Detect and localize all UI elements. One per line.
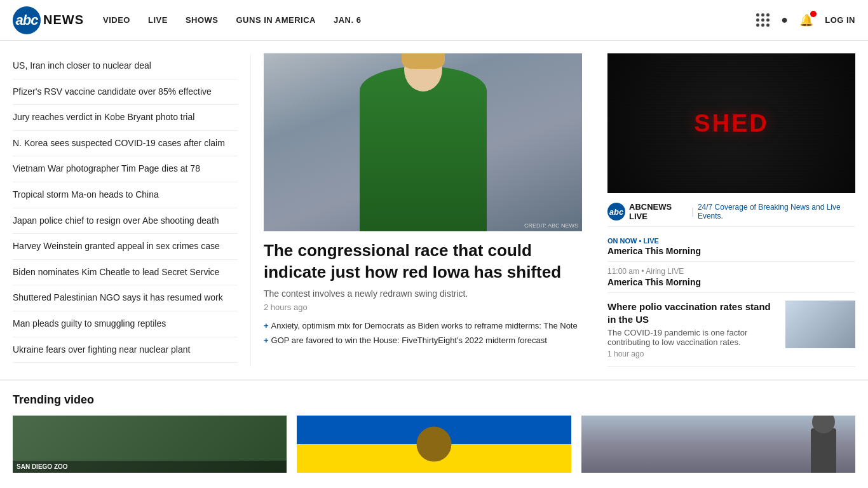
main-article-time: 2 hours ago [264,302,582,312]
sidebar-item-5[interactable]: Tropical storm Ma-on heads to China [13,182,238,208]
grid-dot [766,24,770,27]
on-now-badge: ON NOW • LIVE [607,237,855,245]
trending-video-0[interactable]: SAN DIEGO ZOO [13,416,287,473]
trending-title: Trending video [13,393,855,407]
related-link-text-0: Anxiety, optimism mix for Democrats as B… [271,321,578,330]
on-now-show[interactable]: America This Morning [607,246,855,256]
main-article-image[interactable]: CREDIT: ABC NEWS [264,53,582,231]
plus-icon-0: + [264,321,269,330]
polio-title[interactable]: Where polio vaccination rates stand in t… [607,301,778,325]
sidebar-link-10[interactable]: Man pleads guilty to smuggling reptiles [13,318,166,329]
divider-pipe: | [691,207,694,217]
trending-video-1[interactable] [297,416,571,473]
image-caption: CREDIT: ABC NEWS [524,222,578,229]
header-right: ● 🔔 LOG IN [756,13,855,27]
sidebar-item-11[interactable]: Ukraine fears over fighting near nuclear… [13,337,238,363]
on-now-block: ON NOW • LIVE America This Morning [607,227,855,262]
related-link-text-1: GOP are favored to win the House: FiveTh… [271,336,547,345]
schedule-show-0[interactable]: America This Morning [607,277,855,287]
main-nav: VIDEO LIVE SHOWS GUNS IN AMERICA JAN. 6 [103,15,756,25]
live-video-block[interactable]: SHED [607,53,855,193]
grid-dot [756,13,759,17]
polio-image[interactable] [785,301,855,348]
sidebar-item-9[interactable]: Shuttered Palestinian NGO says it has re… [13,285,238,311]
plus-icon-1: + [264,336,269,345]
related-link-1[interactable]: +GOP are favored to win the House: FiveT… [264,336,582,345]
sidebar-link-6[interactable]: Japan police chief to resign over Abe sh… [13,215,219,226]
grid-dot [756,24,759,27]
sidebar-item-2[interactable]: Jury reaches verdict in Kobe Bryant phot… [13,105,238,131]
nav-item-guns[interactable]: GUNS IN AMERICA [236,15,316,25]
grid-dot [761,18,764,22]
sidebar-item-6[interactable]: Japan police chief to resign over Abe sh… [13,208,238,234]
grid-icon[interactable] [756,13,770,27]
abc-news-wordmark: NEWS [43,13,84,27]
trending-video-2[interactable] [581,416,855,473]
grid-dot [766,18,770,22]
notification-badge [810,11,817,17]
trending-section: Trending video SAN DIEGO ZOO [0,379,868,485]
sidebar-link-9[interactable]: Shuttered Palestinian NGO says it has re… [13,292,223,302]
sidebar-link-5[interactable]: Tropical storm Ma-on heads to China [13,189,159,200]
left-sidebar: US, Iran inch closer to nuclear deal Pfi… [13,53,251,367]
related-link-0[interactable]: +Anxiety, optimism mix for Democrats as … [264,321,582,330]
notification-bell[interactable]: 🔔 [799,13,813,27]
header: abc NEWS VIDEO LIVE SHOWS GUNS IN AMERIC… [0,0,868,41]
related-links: +Anxiety, optimism mix for Democrats as … [264,321,582,345]
grid-dot [766,13,770,17]
schedule-time-0: 11:00 am • Airing LIVE [607,267,855,276]
nav-item-video[interactable]: VIDEO [103,15,130,25]
abc-news-live-bar: abc ABCNEWS LIVE | 24/7 Coverage of Brea… [607,197,855,227]
grid-dot [756,18,759,22]
main-article-image-inner [264,53,582,231]
polio-image-inner [785,301,855,348]
trending-videos: SAN DIEGO ZOO [13,416,855,473]
sidebar-item-1[interactable]: Pfizer's RSV vaccine candidate over 85% … [13,79,238,105]
video-label-0: SAN DIEGO ZOO [17,463,283,470]
main-article-title[interactable]: The congressional race that could indica… [264,240,582,283]
polio-block: Where polio vaccination rates stand in t… [607,293,855,367]
sidebar-item-10[interactable]: Man pleads guilty to smuggling reptiles [13,311,238,337]
sidebar-item-4[interactable]: Vietnam War photographer Tim Page dies a… [13,156,238,182]
nav-item-live[interactable]: LIVE [148,15,168,25]
abc-logo-circle: abc [13,6,41,34]
search-icon[interactable]: ● [781,13,788,27]
sidebar-link-11[interactable]: Ukraine fears over fighting near nuclear… [13,344,190,355]
abc-live-label: ABCNEWS LIVE [629,202,688,221]
nav-item-shows[interactable]: SHOWS [186,15,219,25]
sidebar-link-3[interactable]: N. Korea sees suspected COVID-19 cases a… [13,138,225,148]
sidebar-link-1[interactable]: Pfizer's RSV vaccine candidate over 85% … [13,86,212,97]
schedule-item-0: 11:00 am • Airing LIVE America This Morn… [607,262,855,293]
polio-time: 1 hour ago [607,349,778,358]
sidebar-link-7[interactable]: Harvey Weinstein granted appeal in sex c… [13,241,220,251]
center-main: CREDIT: ABC NEWS The congressional race … [251,53,595,367]
grid-dot [761,13,764,17]
sidebar-item-0[interactable]: US, Iran inch closer to nuclear deal [13,53,238,79]
logo[interactable]: abc NEWS [13,6,84,34]
sidebar-link-4[interactable]: Vietnam War photographer Tim Page dies a… [13,163,200,173]
sidebar-link-0[interactable]: US, Iran inch closer to nuclear deal [13,60,151,71]
sidebar-link-2[interactable]: Jury reaches verdict in Kobe Bryant phot… [13,112,194,122]
grid-dot [761,24,764,27]
nav-item-jan6[interactable]: JAN. 6 [334,15,361,25]
main-content: US, Iran inch closer to nuclear deal Pfi… [0,41,868,367]
sidebar-item-3[interactable]: N. Korea sees suspected COVID-19 cases a… [13,131,238,157]
sidebar-item-8[interactable]: Biden nominates Kim Cheatle to lead Secr… [13,260,238,286]
live-video-title: SHED [694,110,769,137]
polio-description: The COVID-19 pandemic is one factor cont… [607,328,778,347]
right-sidebar: SHED abc ABCNEWS LIVE | 24/7 Coverage of… [595,53,855,367]
abc-logo-small: abc [607,203,625,220]
abc-live-desc: 24/7 Coverage of Breaking News and Live … [698,203,855,220]
sidebar-item-7[interactable]: Harvey Weinstein granted appeal in sex c… [13,234,238,260]
abc-logo-text: abc [16,12,38,29]
main-article-description: The contest involves a newly redrawn swi… [264,288,582,299]
sidebar-link-8[interactable]: Biden nominates Kim Cheatle to lead Secr… [13,267,219,277]
login-button[interactable]: LOG IN [825,15,855,25]
polio-text: Where polio vaccination rates stand in t… [607,301,778,358]
